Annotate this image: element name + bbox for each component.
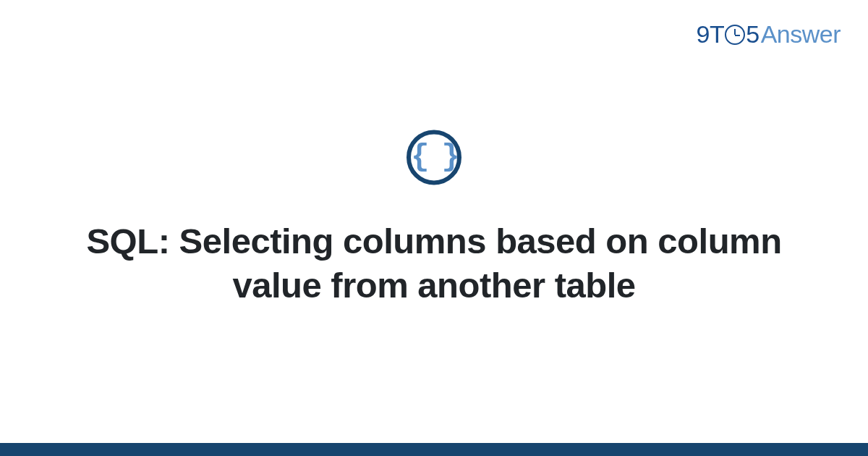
brand-logo: 9T 5 Answer	[697, 20, 841, 48]
clock-icon	[725, 25, 745, 45]
page-title: SQL: Selecting columns based on column v…	[0, 219, 868, 308]
logo-text-5: 5	[746, 20, 759, 48]
category-icon-circle: { }	[407, 130, 461, 185]
logo-text-answer: Answer	[761, 20, 841, 48]
footer-bar	[0, 443, 868, 456]
main-content: { } SQL: Selecting columns based on colu…	[0, 130, 868, 308]
logo-text-9t: 9T	[697, 20, 725, 48]
code-braces-icon: { }	[411, 142, 457, 172]
